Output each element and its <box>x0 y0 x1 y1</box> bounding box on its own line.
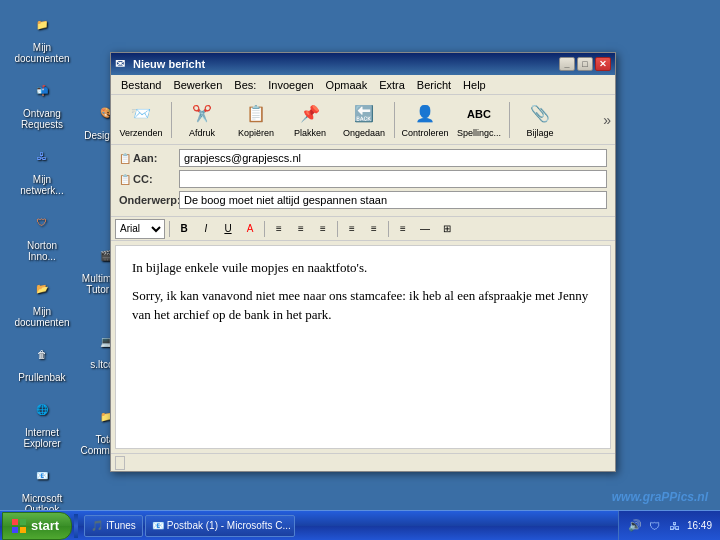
cc-label: 📋 CC: <box>119 173 179 185</box>
message-body[interactable]: In bijlage enkele vuile mopjes en naaktf… <box>115 245 611 449</box>
indent-button[interactable]: ≡ <box>342 220 362 238</box>
bold-button[interactable]: B <box>174 220 194 238</box>
trash-icon: 🗑 <box>26 338 58 370</box>
taskbar-divider <box>74 514 78 538</box>
window-title: Nieuw bericht <box>133 58 559 70</box>
svg-rect-2 <box>12 527 18 533</box>
to-input[interactable] <box>179 149 607 167</box>
desktop-icon-netwerk[interactable]: 🖧 Mijnnetwerk... <box>8 140 76 196</box>
spelling-button[interactable]: ABC Spellingc... <box>453 98 505 142</box>
align-right-button[interactable]: ≡ <box>313 220 333 238</box>
window-controls: _ □ ✕ <box>559 57 611 71</box>
font-color-button[interactable]: A <box>240 220 260 238</box>
subject-row: Onderwerp: <box>119 191 607 209</box>
toolbar-extend[interactable]: » <box>603 112 611 128</box>
taskbar: start 🎵 iTunes 📧 Postbak (1) - Microsoft… <box>0 510 720 540</box>
to-label: 📋 Aan: <box>119 152 179 164</box>
close-button[interactable]: ✕ <box>595 57 611 71</box>
desktop-icon-outlook[interactable]: 📧 MicrosoftOutlook <box>8 459 76 515</box>
undo-icon: 🔙 <box>352 102 376 126</box>
format-sep-3 <box>337 221 338 237</box>
taskbar-itunes[interactable]: 🎵 iTunes <box>84 515 143 537</box>
menu-invoegen[interactable]: Invoegen <box>262 77 319 93</box>
status-panel <box>115 456 125 470</box>
italic-button[interactable]: I <box>196 220 216 238</box>
body-line-2: Sorry, ik kan vanavond niet mee naar ons… <box>132 286 594 325</box>
menu-bes[interactable]: Bes: <box>228 77 262 93</box>
desktop-icon-mijn-docs2[interactable]: 📂 Mijndocumenten <box>8 272 76 328</box>
cc-row: 📋 CC: <box>119 170 607 188</box>
to-row: 📋 Aan: <box>119 149 607 167</box>
outdent-button[interactable]: ≡ <box>364 220 384 238</box>
svg-rect-1 <box>20 519 26 525</box>
paste-icon: 📌 <box>298 102 322 126</box>
folder-icon: 📁 <box>26 8 58 40</box>
copy-button[interactable]: 📋 Kopiëren <box>230 98 282 142</box>
attach-button[interactable]: 📎 Bijlage <box>514 98 566 142</box>
desktop-icon-norton[interactable]: 🛡 NortonInno... <box>8 206 76 262</box>
outlook-icon: 📧 <box>26 459 58 491</box>
svg-rect-0 <box>12 519 18 525</box>
menu-bewerken[interactable]: Bewerken <box>167 77 228 93</box>
send-icon: 📨 <box>129 102 153 126</box>
tray-shield-icon[interactable]: 🛡 <box>647 518 663 534</box>
maximize-button[interactable]: □ <box>577 57 593 71</box>
subject-label: Onderwerp: <box>119 194 179 206</box>
menu-extra[interactable]: Extra <box>373 77 411 93</box>
font-select[interactable]: Arial <box>115 219 165 239</box>
toolbar-separator-2 <box>394 102 395 138</box>
subject-input[interactable] <box>179 191 607 209</box>
align-center-button[interactable]: ≡ <box>291 220 311 238</box>
to-icon: 📋 <box>119 153 131 164</box>
cut-button[interactable]: ✂️ Afdruk <box>176 98 228 142</box>
shield-icon: 🛡 <box>26 206 58 238</box>
windows-logo <box>11 518 27 534</box>
desktop-icon-ie[interactable]: 🌐 InternetExplorer <box>8 393 76 449</box>
format-toolbar: Arial B I U A ≡ ≡ ≡ ≡ ≡ ≡ — ⊞ <box>111 217 615 241</box>
network-icon: 🖧 <box>26 140 58 172</box>
status-bar <box>111 453 615 471</box>
minimize-button[interactable]: _ <box>559 57 575 71</box>
system-clock: 16:49 <box>687 520 712 531</box>
menu-opmaak[interactable]: Opmaak <box>320 77 374 93</box>
taskbar-outlook[interactable]: 📧 Postbak (1) - Microsofts C... <box>145 515 295 537</box>
email-form: 📋 Aan: 📋 CC: Onderwerp: <box>111 145 615 217</box>
menu-bestand[interactable]: Bestand <box>115 77 167 93</box>
spelling-icon: ABC <box>467 102 491 126</box>
compose-toolbar: 📨 Verzenden ✂️ Afdruk 📋 Kopiëren 📌 Plakk… <box>111 95 615 145</box>
tray-volume-icon[interactable]: 🔊 <box>627 518 643 534</box>
menu-bar: Bestand Bewerken Bes: Invoegen Opmaak Ex… <box>111 75 615 95</box>
body-line-1: In bijlage enkele vuile mopjes en naaktf… <box>132 258 594 278</box>
cut-icon: ✂️ <box>190 102 214 126</box>
start-button[interactable]: start <box>2 512 72 540</box>
desktop-icon-prullenbak[interactable]: 🗑 Prullenbak <box>8 338 76 383</box>
check-names-button[interactable]: 👤 Controleren <box>399 98 451 142</box>
menu-help[interactable]: Help <box>457 77 492 93</box>
toolbar-separator-1 <box>171 102 172 138</box>
format-sep-1 <box>169 221 170 237</box>
rule-button[interactable]: — <box>415 220 435 238</box>
tray-network-icon[interactable]: 🖧 <box>667 518 683 534</box>
mail-icon: 📬 <box>26 74 58 106</box>
paste-button[interactable]: 📌 Plakken <box>284 98 336 142</box>
check-names-icon: 👤 <box>413 102 437 126</box>
taskbar-tray: 🔊 🛡 🖧 16:49 <box>618 511 720 540</box>
attach-icon: 📎 <box>528 102 552 126</box>
outlook-taskbar-icon: 📧 <box>152 520 164 531</box>
watermark: www.graPPics.nl <box>612 490 708 504</box>
menu-bericht[interactable]: Bericht <box>411 77 457 93</box>
format-sep-4 <box>388 221 389 237</box>
desktop-icon-ontvang[interactable]: 📬 OntvangRequests <box>8 74 76 130</box>
desktop-icon-mijn-documenten[interactable]: 📁 Mijn documenten <box>8 8 76 64</box>
cc-input[interactable] <box>179 170 607 188</box>
window-icon: ✉ <box>115 57 129 71</box>
undo-button[interactable]: 🔙 Ongedaan <box>338 98 390 142</box>
window-titlebar: ✉ Nieuw bericht _ □ ✕ <box>111 53 615 75</box>
table-button[interactable]: ⊞ <box>437 220 457 238</box>
align-left-button[interactable]: ≡ <box>269 220 289 238</box>
list-button[interactable]: ≡ <box>393 220 413 238</box>
send-button[interactable]: 📨 Verzenden <box>115 98 167 142</box>
underline-button[interactable]: U <box>218 220 238 238</box>
documents-icon: 📂 <box>26 272 58 304</box>
format-sep-2 <box>264 221 265 237</box>
